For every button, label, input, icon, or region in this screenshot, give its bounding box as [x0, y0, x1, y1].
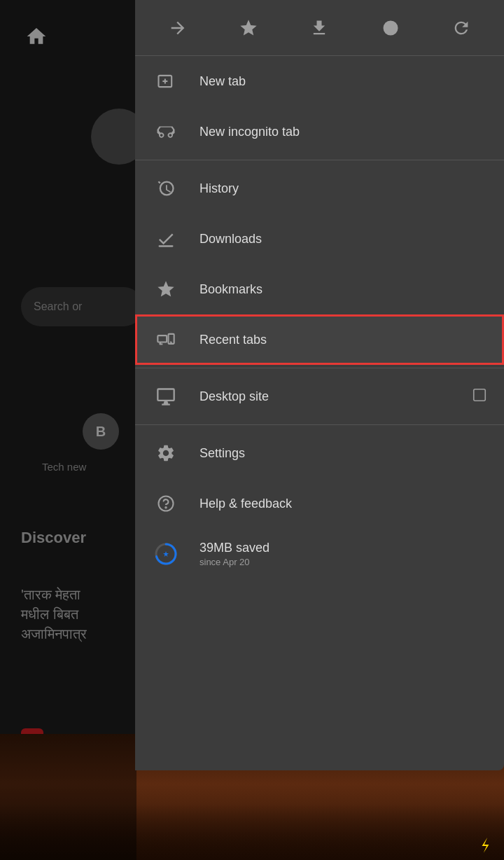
divider-1 — [135, 160, 504, 160]
divider-2 — [135, 368, 504, 368]
chrome-menu-panel: New tab New incognito tab History — [135, 0, 504, 770]
svg-point-14 — [165, 507, 166, 508]
dim-overlay — [0, 0, 136, 860]
desktop-site-label: Desktop site — [200, 389, 472, 404]
recent-tabs-label: Recent tabs — [200, 333, 487, 347]
bookmarks-label: Bookmarks — [200, 282, 487, 297]
incognito-label: New incognito tab — [200, 125, 487, 139]
svg-rect-6 — [159, 245, 174, 247]
help-icon — [152, 490, 180, 518]
divider-3 — [135, 424, 504, 425]
menu-item-downloads[interactable]: Downloads — [135, 214, 504, 264]
refresh-button[interactable] — [443, 10, 479, 46]
download-button[interactable] — [301, 10, 337, 46]
desktop-site-checkbox[interactable] — [472, 387, 487, 405]
new-tab-icon — [152, 67, 180, 95]
savings-icon — [152, 540, 180, 568]
svg-rect-7 — [158, 335, 167, 342]
svg-rect-12 — [474, 389, 486, 401]
settings-icon — [152, 439, 180, 467]
svg-marker-17 — [163, 551, 169, 557]
downloads-label: Downloads — [200, 232, 487, 247]
downloads-icon — [152, 225, 180, 253]
settings-label: Settings — [200, 446, 487, 461]
history-label: History — [200, 181, 487, 196]
incognito-icon — [152, 118, 180, 146]
menu-item-bookmarks[interactable]: Bookmarks — [135, 264, 504, 314]
new-tab-label: New tab — [200, 74, 487, 89]
history-icon — [152, 174, 180, 202]
svg-line-11 — [171, 342, 172, 343]
desktop-icon — [152, 382, 180, 410]
help-label: Help & feedback — [200, 497, 487, 511]
bookmarks-icon — [152, 275, 180, 303]
menu-item-desktop-site[interactable]: Desktop site — [135, 371, 504, 422]
menu-item-settings[interactable]: Settings — [135, 428, 504, 478]
recent-tabs-icon — [152, 326, 180, 354]
savings-title: 39MB saved — [200, 541, 270, 555]
savings-text: 39MB saved since Apr 20 — [200, 541, 270, 567]
savings-subtitle: since Apr 20 — [200, 557, 270, 567]
svg-point-0 — [383, 20, 398, 35]
forward-button[interactable] — [160, 10, 196, 46]
menu-toolbar — [135, 0, 504, 56]
info-button[interactable] — [372, 10, 409, 46]
menu-item-incognito[interactable]: New incognito tab — [135, 106, 504, 157]
menu-item-history[interactable]: History — [135, 163, 504, 214]
menu-item-recent-tabs[interactable]: Recent tabs — [135, 314, 504, 365]
menu-item-savings[interactable]: 39MB saved since Apr 20 — [135, 529, 504, 579]
menu-list: New tab New incognito tab History — [135, 56, 504, 579]
menu-item-help[interactable]: Help & feedback — [135, 478, 504, 529]
bookmark-button[interactable] — [230, 10, 267, 46]
menu-item-new-tab[interactable]: New tab — [135, 56, 504, 106]
